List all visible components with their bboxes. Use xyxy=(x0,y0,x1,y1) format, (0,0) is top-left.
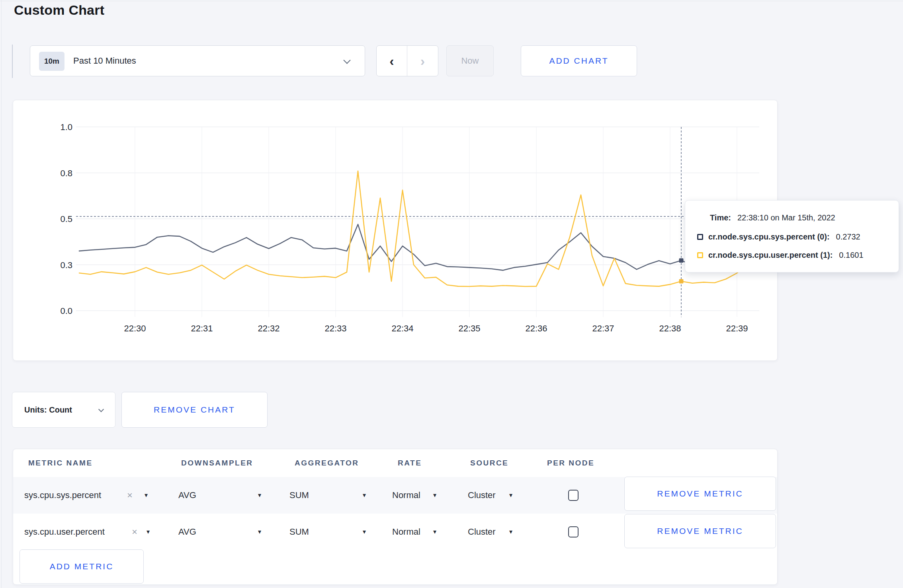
add-metric-label: ADD METRIC xyxy=(50,562,114,571)
series-user-swatch-icon xyxy=(697,252,703,258)
x-tick-label: 22:31 xyxy=(191,323,213,333)
tooltip-series-label: cr.node.sys.cpu.sys.percent (0): xyxy=(708,232,830,241)
chart-card: 1.00.80.50.30.022:3022:3122:3222:3322:34… xyxy=(13,100,778,361)
tooltip-time-row: Time: 22:38:10 on Mar 15th, 2022 xyxy=(710,213,835,222)
rate-select[interactable]: Normal xyxy=(392,477,420,514)
toolbar-accent-line xyxy=(12,45,13,78)
metric-name-select[interactable]: sys.cpu.user.percent xyxy=(24,514,105,550)
tooltip-series-row: cr.node.sys.cpu.user.percent (1): 0.1601 xyxy=(697,251,864,260)
rate-triangle-icon[interactable]: ▾ xyxy=(433,477,436,514)
metric-dropdown-triangle-icon[interactable]: ▾ xyxy=(147,514,150,550)
col-header-downsampler: DOWNSAMPLER xyxy=(181,449,253,477)
units-dropdown[interactable]: Units: Count xyxy=(12,392,115,428)
chart-hover-tooltip: Time: 22:38:10 on Mar 15th, 2022 cr.node… xyxy=(685,200,899,273)
tooltip-time-label: Time: xyxy=(710,213,731,222)
source-triangle-icon[interactable]: ▾ xyxy=(509,477,512,514)
tooltip-series-row: cr.node.sys.cpu.sys.percent (0): 0.2732 xyxy=(697,232,860,241)
remove-chart-label: REMOVE CHART xyxy=(154,405,235,415)
col-header-source: SOURCE xyxy=(470,449,508,477)
page-title: Custom Chart xyxy=(14,2,104,18)
remove-metric-label: REMOVE METRIC xyxy=(657,489,743,498)
source-select[interactable]: Cluster xyxy=(468,477,496,514)
tooltip-series-label: cr.node.sys.cpu.user.percent (1): xyxy=(708,251,833,260)
series-sys-swatch-icon xyxy=(697,234,703,240)
x-tick-label: 22:30 xyxy=(124,323,146,333)
tooltip-series-value: 0.1601 xyxy=(839,251,863,260)
col-header-rate: RATE xyxy=(398,449,422,477)
x-tick-label: 22:37 xyxy=(592,323,614,333)
source-select[interactable]: Cluster xyxy=(468,514,496,550)
now-button[interactable]: Now xyxy=(446,45,494,76)
time-range-label: Past 10 Minutes xyxy=(73,46,136,76)
add-chart-button[interactable]: ADD CHART xyxy=(521,45,637,76)
y-tick-label: 0.0 xyxy=(60,306,72,316)
remove-chart-button[interactable]: REMOVE CHART xyxy=(121,392,268,428)
x-tick-label: 22:36 xyxy=(525,323,547,333)
x-tick-label: 22:38 xyxy=(659,323,681,333)
remove-metric-button[interactable]: REMOVE METRIC xyxy=(624,514,776,548)
tooltip-time-value: 22:38:10 on Mar 15th, 2022 xyxy=(737,213,835,222)
chevron-left-icon: ‹ xyxy=(389,53,394,69)
col-header-metric-name: METRIC NAME xyxy=(28,449,93,477)
metrics-table: METRIC NAME DOWNSAMPLER AGGREGATOR RATE … xyxy=(13,449,778,585)
time-range-dropdown[interactable]: 10m Past 10 Minutes xyxy=(30,45,365,76)
aggregator-triangle-icon[interactable]: ▾ xyxy=(363,477,366,514)
y-tick-label: 0.3 xyxy=(60,260,72,270)
x-tick-label: 22:39 xyxy=(726,323,748,333)
series-line xyxy=(79,224,759,271)
add-metric-button[interactable]: ADD METRIC xyxy=(20,549,144,584)
remove-metric-label: REMOVE METRIC xyxy=(657,526,743,536)
y-tick-label: 0.5 xyxy=(60,214,72,224)
tooltip-series-value: 0.2732 xyxy=(836,232,860,241)
clear-metric-icon[interactable]: × xyxy=(127,477,133,514)
x-tick-label: 22:32 xyxy=(258,323,280,333)
time-range-badge: 10m xyxy=(39,52,64,71)
top-divider xyxy=(0,1,903,1)
aggregator-triangle-icon[interactable]: ▾ xyxy=(363,514,366,550)
col-header-aggregator: AGGREGATOR xyxy=(295,449,359,477)
downsampler-select[interactable]: AVG xyxy=(178,477,196,514)
metric-name-select[interactable]: sys.cpu.sys.percent xyxy=(24,477,101,514)
rate-select[interactable]: Normal xyxy=(392,514,420,550)
crosshair-marker xyxy=(679,279,684,284)
x-tick-label: 22:34 xyxy=(391,323,413,333)
chevron-right-icon: › xyxy=(420,53,425,69)
source-triangle-icon[interactable]: ▾ xyxy=(509,514,512,550)
rate-triangle-icon[interactable]: ▾ xyxy=(433,514,436,550)
y-tick-label: 1.0 xyxy=(60,122,72,132)
downsampler-triangle-icon[interactable]: ▾ xyxy=(258,477,261,514)
per-node-checkbox[interactable] xyxy=(568,526,579,537)
time-back-button[interactable]: ‹ xyxy=(377,46,407,76)
chevron-down-icon xyxy=(343,56,350,64)
y-tick-label: 0.8 xyxy=(60,168,72,178)
time-forward-button[interactable]: › xyxy=(407,46,438,76)
chart-canvas[interactable]: 1.00.80.50.30.022:3022:3122:3222:3322:34… xyxy=(13,100,778,361)
downsampler-select[interactable]: AVG xyxy=(178,514,196,550)
series-line xyxy=(79,171,759,286)
clear-metric-icon[interactable]: × xyxy=(132,514,137,550)
now-button-label: Now xyxy=(461,56,479,66)
time-nav-group: ‹ › xyxy=(376,45,438,76)
add-chart-label: ADD CHART xyxy=(549,56,608,66)
aggregator-select[interactable]: SUM xyxy=(289,477,309,514)
per-node-checkbox[interactable] xyxy=(568,490,579,501)
x-tick-label: 22:33 xyxy=(324,323,346,333)
metric-dropdown-triangle-icon[interactable]: ▾ xyxy=(145,477,148,514)
units-label: Units: Count xyxy=(24,392,72,427)
remove-metric-button[interactable]: REMOVE METRIC xyxy=(624,477,776,511)
page-left-border xyxy=(1,0,2,588)
downsampler-triangle-icon[interactable]: ▾ xyxy=(258,514,261,550)
chevron-down-icon xyxy=(98,407,104,412)
x-tick-label: 22:35 xyxy=(458,323,480,333)
aggregator-select[interactable]: SUM xyxy=(289,514,309,550)
col-header-per-node: PER NODE xyxy=(547,449,594,477)
crosshair-marker xyxy=(679,258,684,263)
